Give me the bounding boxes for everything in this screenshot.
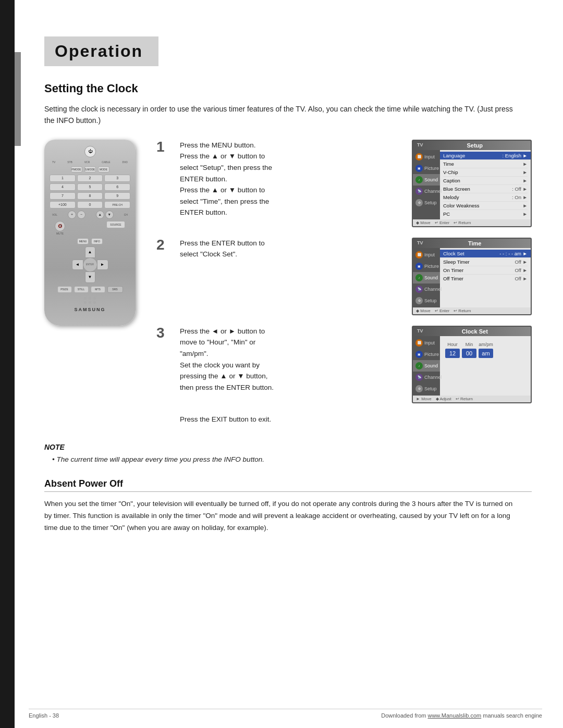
- time-footer-enter: ↵ Enter: [435, 309, 449, 313]
- steps-area: 1 Press the MENU button. Press the ▲ or …: [156, 140, 532, 433]
- footer-downloaded-label: Downloaded from: [381, 712, 426, 719]
- dot6: [93, 301, 96, 304]
- language-value: : English ►: [503, 153, 528, 158]
- power-button[interactable]: ⏻: [84, 146, 96, 157]
- btn-2[interactable]: 2: [77, 175, 103, 182]
- cs-sidebar-picture-label: Picture: [424, 352, 439, 357]
- intro-text: Setting the clock is necessary in order …: [44, 103, 513, 127]
- dpad-right[interactable]: ►: [97, 260, 108, 270]
- btn-0[interactable]: 0: [77, 201, 103, 208]
- page-title: Operation: [55, 42, 143, 61]
- info-button[interactable]: INFO: [91, 238, 103, 244]
- melody-label: Melody: [443, 194, 459, 200]
- note-section: NOTE • The current time will appear ever…: [44, 443, 532, 465]
- bluescreen-label: Blue Screen: [443, 186, 470, 192]
- ampm-header: am/pm: [479, 342, 493, 347]
- still-button[interactable]: STILL: [74, 286, 89, 293]
- step-1-main: Press the MENU button. Press the ▲ or ▼ …: [180, 140, 532, 227]
- source-button[interactable]: SOURCE: [106, 221, 125, 228]
- vol-down[interactable]: −: [77, 211, 85, 219]
- sleep-value: Off ►: [515, 259, 528, 265]
- clockset-menu-screenshot: TV Clock Set ⬜ Input ▣: [412, 326, 532, 403]
- dot3: [93, 297, 96, 300]
- dpad-up[interactable]: ▲: [85, 246, 95, 258]
- btn-5[interactable]: 5: [77, 183, 103, 191]
- clockset-value: - - : - - am ►: [499, 251, 528, 256]
- remote-control: ⏻ TV STB VCR CABLE DVD PMODE S.MODE MODE: [44, 140, 136, 326]
- btn-3[interactable]: 3: [104, 175, 130, 182]
- cs-sidebar-setup-label: Setup: [424, 386, 437, 391]
- btn-6[interactable]: 6: [104, 183, 130, 191]
- time-sidebar-sound: ♪ Sound: [413, 272, 440, 283]
- page-title-box: Operation: [44, 36, 158, 66]
- sidebar-picture: ▣ Picture: [413, 163, 440, 174]
- setup-menu-screenshot: TV Setup ⬜ Input ▣: [412, 140, 532, 227]
- btn-4[interactable]: 4: [50, 183, 76, 191]
- step-3-text: Press the ◄ or ► button to move to "Hour…: [180, 326, 401, 393]
- btn-8[interactable]: 8: [77, 192, 103, 200]
- btn-100[interactable]: +100: [50, 201, 76, 208]
- cs-footer-return: ↩ Return: [456, 397, 473, 401]
- btn-1[interactable]: 1: [50, 175, 76, 182]
- clockset-menu-header: TV Clock Set: [413, 327, 531, 336]
- cs-setup-icon: ⚙: [415, 385, 423, 392]
- footer-right-text: manuals search engine: [483, 712, 542, 719]
- step-1-number: 1: [156, 139, 165, 155]
- ch-up[interactable]: ▲: [96, 211, 104, 219]
- time-input-icon: ⬜: [415, 251, 423, 258]
- step-2-main: Press the ENTER button to select "Clock …: [180, 238, 532, 315]
- ch-down[interactable]: ▼: [105, 211, 114, 219]
- btn-7[interactable]: 7: [50, 192, 76, 200]
- page-footer: English - 38 Downloaded from www.Manuals…: [29, 709, 542, 719]
- time-sidebar-channel-label: Channel: [424, 287, 442, 292]
- dpad-container: ▲ ▼ ◄ ► ENTER: [50, 246, 130, 283]
- time-sidebar-input-label: Input: [424, 252, 435, 257]
- footer-page-number: English - 38: [29, 712, 59, 719]
- step-3-number: 3: [156, 325, 165, 341]
- btn-prech[interactable]: PRE-CH: [104, 201, 130, 208]
- step-1-content: Press the MENU button. Press the ▲ or ▼ …: [180, 140, 401, 218]
- dpad-down[interactable]: ▼: [85, 272, 95, 283]
- cs-footer-move: ► Move: [416, 397, 432, 401]
- srs-button[interactable]: SRS: [107, 286, 123, 293]
- menu-button[interactable]: MENU: [77, 238, 89, 244]
- sidebar-setup: ⚙ Setup: [413, 197, 440, 208]
- setup-row-vchip: V-Chip ►: [443, 168, 528, 177]
- dpad-left[interactable]: ◄: [72, 260, 83, 270]
- vol-up[interactable]: +: [68, 211, 76, 219]
- step-2-row: 2 Press the ENTER button to select "Cloc…: [156, 238, 532, 315]
- mts-button[interactable]: MTS: [91, 286, 105, 293]
- footer-link[interactable]: www.Manualslib.com: [427, 712, 481, 719]
- pmode-button[interactable]: PMODE: [71, 166, 82, 172]
- mode-button[interactable]: MODE: [98, 166, 109, 172]
- mute-source-row: 🔇 MUTE SOURCE: [50, 221, 130, 235]
- sidebar-sound: ♪ Sound: [413, 174, 440, 186]
- time-arrow: ►: [523, 161, 528, 167]
- language-label: Language: [443, 153, 465, 158]
- offtimer-value: Off ►: [515, 276, 528, 281]
- time-menu-main: Clock Set - - : - - am ► Sleep Timer Off…: [440, 248, 531, 307]
- mute-button[interactable]: 🔇: [55, 221, 65, 231]
- setup-row-melody: Melody : On ►: [443, 193, 528, 202]
- sidebar-channel: 📡 Channel: [413, 186, 440, 197]
- smode-button[interactable]: S.MODE: [84, 166, 96, 172]
- enter-button[interactable]: ENTER: [83, 257, 97, 272]
- cs-sound-icon: ♪: [415, 362, 423, 369]
- clockset-sidebar-input: ⬜ Input: [413, 337, 440, 349]
- pc-label: PC: [443, 211, 450, 217]
- pc-arrow: ►: [523, 211, 528, 217]
- step-2-text: Press the ENTER button to select "Clock …: [180, 238, 401, 260]
- brand-label: SAMSUNG: [50, 307, 130, 312]
- note-bullet-text: The current time will appear every time …: [56, 455, 264, 463]
- clockset-fields: Hour Min am/pm 12 00 am: [443, 338, 528, 362]
- setup-row-language: Language : English ►: [440, 152, 531, 160]
- setup-tv-label: TV: [417, 142, 423, 149]
- caption-label: Caption: [443, 178, 460, 183]
- hour-header: Hour: [445, 342, 460, 347]
- dvd-label: DVD: [122, 161, 128, 164]
- time-title: Time: [468, 240, 481, 246]
- absent-section: Absent Power Off When you set the timer …: [44, 478, 532, 534]
- psize-button[interactable]: PSIZE: [57, 286, 72, 293]
- cs-input-icon: ⬜: [415, 339, 423, 347]
- btn-9[interactable]: 9: [104, 192, 130, 200]
